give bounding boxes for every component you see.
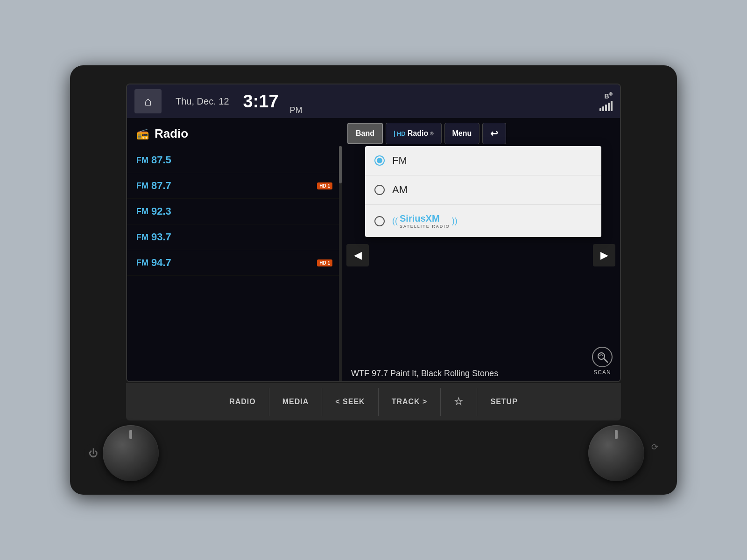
track-ctrl-label: TRACK > [392,398,428,406]
content-area: 📻 Radio FM 87.5 FM 87.7 HD 1 FM [127,118,620,382]
right-panel: Band | HD Radio ® Menu ↩ [342,118,620,382]
hd-badge-1: HD 1 [317,182,332,189]
scan-icon [592,347,613,367]
panel-title: Radio [155,126,188,141]
am-radio-btn [374,185,385,195]
siriusxm-radio-btn [374,216,385,226]
station-item-2[interactable]: FM 92.3 [127,199,342,224]
right-knob-wrap: ⟳ [588,425,644,481]
knobs-row: ⏻ ⟳ [93,425,654,481]
track-ctrl-btn[interactable]: TRACK > [379,388,441,416]
control-bar: RADIO MEDIA < SEEK TRACK > ☆ SETUP [126,383,621,420]
station-band-0: FM [136,155,148,165]
menu-label: Menu [452,129,472,138]
registered-icon: ® [430,131,433,136]
home-icon: ⌂ [144,94,152,109]
seek-ctrl-btn[interactable]: < SEEK [322,388,378,416]
fm-label: FM [392,154,407,167]
bar3 [605,105,607,111]
header-bar: ⌂ Thu, Dec. 12 3:17 PM B® [127,84,620,118]
station-band-4: FM [136,258,148,268]
station-freq-0: 87.5 [151,154,171,166]
station-item-4[interactable]: FM 94.7 HD 1 [127,250,342,276]
seek-ctrl-label: < SEEK [335,398,365,406]
station-item-0[interactable]: FM 87.5 [127,147,342,173]
hd-radio-text: Radio [408,129,428,138]
siriusxm-wave-left: (( [392,216,398,226]
back-button[interactable]: ↩ [482,123,506,144]
station-panel: 📻 Radio FM 87.5 FM 87.7 HD 1 FM [127,118,342,382]
station-item-1[interactable]: FM 87.7 HD 1 [127,173,342,199]
bar5 [611,101,613,111]
signal-label: B® [605,91,613,100]
siriusxm-wave-right: )) [452,216,458,226]
radio-ctrl-label: RADIO [229,398,256,406]
dropdown-am[interactable]: AM [365,175,601,205]
setup-ctrl-label: SETUP [490,398,517,406]
next-arrow[interactable]: ▶ [593,244,615,266]
dropdown-siriusxm[interactable]: (( SiriusXM SATELLITE RADIO )) [365,205,601,237]
menu-button[interactable]: Menu [444,123,480,144]
panel-header: 📻 Radio [127,123,342,147]
siriusxm-logo: (( SiriusXM SATELLITE RADIO )) [392,213,458,229]
media-ctrl-btn[interactable]: MEDIA [269,388,323,416]
hd-pipe-icon: | [394,130,395,137]
fm-radio-btn [374,155,385,166]
infotainment-screen: ⌂ Thu, Dec. 12 3:17 PM B® [126,84,621,382]
time-display: 3:17 [243,91,279,112]
station-freq-2: 92.3 [151,205,171,217]
bar4 [608,103,610,111]
dropdown-fm[interactable]: FM [365,146,601,175]
hd-radio-button[interactable]: | HD Radio ® [386,123,442,144]
toolbar: Band | HD Radio ® Menu ↩ [342,118,620,149]
fm-radio-inner [377,158,382,163]
nav-area: ◀ FM AM [342,149,620,361]
band-button[interactable]: Band [347,123,383,144]
scan-label: SCAN [593,369,611,376]
favorite-ctrl-btn[interactable]: ☆ [441,388,477,416]
scan-button[interactable]: SCAN [592,347,613,376]
left-knob-wrap: ⏻ [103,425,159,481]
bar1 [599,108,601,111]
radio-panel-icon: 📻 [136,128,149,140]
signal-bars [599,101,613,111]
station-freq-1: 87.7 [151,180,171,192]
setup-ctrl-btn[interactable]: SETUP [477,388,530,416]
star-icon: ☆ [454,396,464,408]
am-label: AM [392,184,408,196]
home-button[interactable]: ⌂ [134,89,162,113]
station-item-3[interactable]: FM 93.7 [127,224,342,250]
siriusxm-text-block: SiriusXM SATELLITE RADIO [400,213,450,229]
right-indicator: ⟳ [651,442,658,452]
station-freq-3: 93.7 [151,231,171,243]
station-band-3: FM [136,232,148,242]
car-unit: ⌂ Thu, Dec. 12 3:17 PM B® [70,65,677,495]
ampm-display: PM [290,105,303,118]
radio-ctrl-btn[interactable]: RADIO [216,388,269,416]
bar2 [602,106,604,111]
signal-area: B® [599,91,613,111]
hd-text: HD [397,130,406,137]
band-label: Band [356,129,374,138]
station-list: FM 87.5 FM 87.7 HD 1 FM 92.3 FM 93.7 [127,147,342,276]
power-button[interactable]: ⏻ [84,444,103,462]
hd-badge-4: HD 1 [317,259,332,266]
station-band-1: FM [136,181,148,191]
band-dropdown: FM AM (( SiriusX [365,146,601,237]
media-ctrl-label: MEDIA [282,398,309,406]
right-knob[interactable] [588,425,644,481]
left-knob[interactable] [103,425,159,481]
date-display: Thu, Dec. 12 [176,96,229,107]
back-icon: ↩ [490,128,498,139]
siriusxm-name: SiriusXM [400,213,440,224]
station-freq-4: 94.7 [151,257,171,269]
now-playing: WTF 97.7 Paint It, Black Rolling Stones [342,361,620,382]
prev-arrow[interactable]: ◀ [346,244,369,266]
siriusxm-sub: SATELLITE RADIO [400,224,450,229]
svg-line-1 [604,358,607,362]
station-band-2: FM [136,207,148,217]
